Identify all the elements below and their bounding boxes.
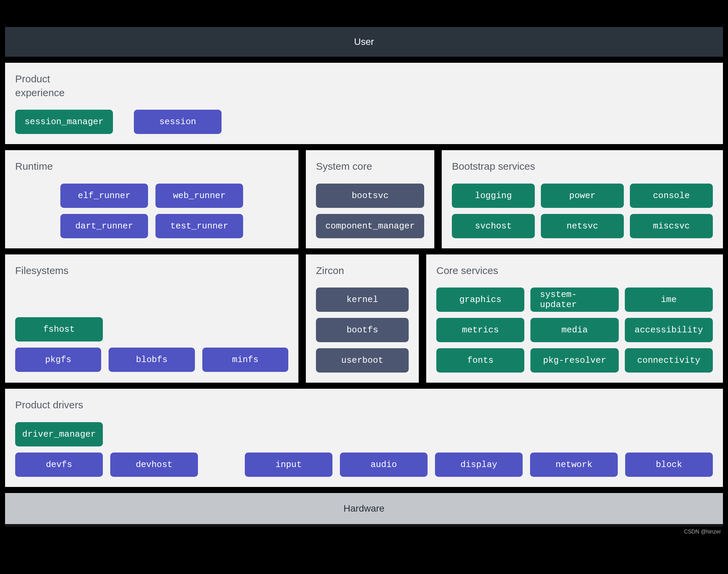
chip-row: session_manager session [15, 110, 713, 134]
chip-accessibility: accessibility [625, 318, 713, 342]
chip-elf-runner: elf_runner [60, 184, 148, 208]
panel-product-experience: Product experience session_manager sessi… [5, 63, 723, 144]
chip-grid: logging power console svchost netsvc mis… [452, 184, 713, 238]
chip-network: network [530, 453, 618, 477]
chip-system-updater: system-updater [530, 288, 618, 312]
chip-dart-runner: dart_runner [60, 214, 148, 238]
chip-driver-manager: driver_manager [15, 422, 103, 446]
chip-bootsvc: bootsvc [316, 184, 424, 208]
chip-session: session [134, 110, 222, 134]
panel-title: System core [316, 160, 424, 173]
chip-input: input [245, 453, 332, 477]
panel-title: Product drivers [15, 398, 713, 412]
chip-component-manager: component_manager [316, 214, 424, 238]
chip-display: display [435, 453, 523, 477]
chip-ime: ime [625, 288, 713, 312]
chip-devhost: devhost [110, 453, 198, 477]
panel-title: Product experience [15, 72, 713, 100]
user-bar: User [5, 27, 723, 57]
chip-blobfs: blobfs [109, 348, 195, 372]
chip-web-runner: web_runner [155, 184, 243, 208]
panel-title: Zircon [316, 264, 409, 278]
chip-audio: audio [340, 453, 428, 477]
chip-session-manager: session_manager [15, 110, 113, 134]
chip-stack: fshost pkgfs blobfs minfs [15, 288, 288, 372]
panel-product-drivers: Product drivers driver_manager devfs dev… [5, 389, 723, 487]
chip-connectivity: connectivity [625, 348, 713, 373]
panel-title: Runtime [15, 160, 288, 173]
chip-minfs: minfs [202, 348, 288, 372]
driver-row: driver_manager devfs devhost input audio… [15, 422, 713, 477]
chip-row: pkgfs blobfs minfs [15, 348, 288, 372]
chip-pkgfs: pkgfs [15, 348, 101, 372]
panel-core-services: Core services graphics system-updater im… [426, 254, 723, 383]
chip-col: kernel bootfs userboot [316, 288, 409, 373]
chip-userboot: userboot [316, 348, 409, 373]
driver-right: input audio display network block [245, 422, 713, 477]
chip-devfs: devfs [15, 453, 103, 477]
chip-kernel: kernel [316, 288, 409, 312]
chip-metrics: metrics [436, 318, 524, 342]
panel-bootstrap-services: Bootstrap services logging power console… [442, 150, 723, 248]
chip-power: power [541, 184, 624, 208]
panel-zircon: Zircon kernel bootfs userboot [306, 254, 419, 383]
panel-filesystems: Filesystems fshost pkgfs blobfs minfs [5, 254, 298, 383]
panel-title: Core services [436, 264, 713, 278]
chip-logging: logging [452, 184, 535, 208]
chip-netsvc: netsvc [541, 214, 624, 238]
row-filesystems-zircon-core: Filesystems fshost pkgfs blobfs minfs Zi… [5, 254, 723, 383]
chip-pkg-resolver: pkg-resolver [530, 348, 618, 373]
chip-fshost: fshost [15, 317, 103, 341]
chip-svchost: svchost [452, 214, 535, 238]
panel-runtime: Runtime elf_runner web_runner dart_runne… [5, 150, 298, 248]
chip-bootfs: bootfs [316, 318, 409, 342]
watermark: CSDN @hinzer [5, 529, 723, 535]
row-runtime-syscore-bootstrap: Runtime elf_runner web_runner dart_runne… [5, 150, 723, 248]
chip-media: media [530, 318, 618, 342]
chip-fonts: fonts [436, 348, 524, 373]
chip-graphics: graphics [436, 288, 524, 312]
chip-grid: graphics system-updater ime metrics medi… [436, 288, 713, 373]
chip-col: bootsvc component_manager [316, 184, 424, 238]
chip-block: block [625, 453, 713, 477]
driver-left: driver_manager devfs devhost [15, 422, 198, 477]
hardware-bar: Hardware [5, 493, 723, 524]
panel-title: Bootstrap services [452, 160, 713, 173]
chip-console: console [630, 184, 713, 208]
panel-title: Filesystems [15, 264, 288, 278]
chip-miscsvc: miscsvc [630, 214, 713, 238]
panel-system-core: System core bootsvc component_manager [306, 150, 434, 248]
chip-test-runner: test_runner [155, 214, 243, 238]
chip-grid: elf_runner web_runner dart_runner test_r… [15, 184, 288, 238]
